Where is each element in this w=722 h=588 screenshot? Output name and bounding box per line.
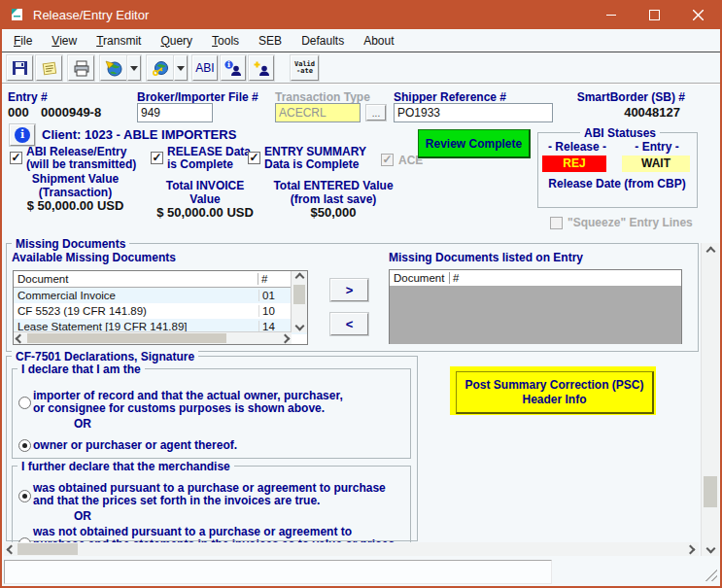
smartborder-number-label: SmartBorder (SB) # xyxy=(527,90,685,104)
menu-view[interactable]: View xyxy=(42,32,86,50)
review-complete-button[interactable]: Review Complete xyxy=(418,129,531,158)
declare-i-am-title: I declare that I am the xyxy=(17,363,145,376)
declarations-title: CF-7501 Declarations, Signature xyxy=(12,350,198,363)
listed-documents-table: Document # xyxy=(389,269,682,344)
menu-about[interactable]: About xyxy=(354,32,403,50)
release-data-complete-label: RELEASE Datais Complete xyxy=(167,146,251,171)
scrollbar-thumb[interactable] xyxy=(704,476,717,507)
toolbar: ABI i Valid-ate xyxy=(2,52,720,83)
was-obtained-radio[interactable] xyxy=(18,490,31,502)
smartborder-number-value: 40048127 xyxy=(527,105,680,120)
client-info-detail-button[interactable]: i xyxy=(10,124,35,146)
scroll-down-icon[interactable] xyxy=(702,540,719,556)
main-vertical-scrollbar[interactable] xyxy=(701,243,719,556)
menu-file[interactable]: File xyxy=(4,32,42,50)
owner-or-purchaser-radio[interactable] xyxy=(18,439,31,452)
menu-tools[interactable]: Tools xyxy=(202,32,249,50)
close-button[interactable] xyxy=(676,0,720,29)
transmit-button[interactable] xyxy=(100,55,127,81)
minimize-button[interactable] xyxy=(589,0,633,29)
menu-query[interactable]: Query xyxy=(151,32,202,50)
save-button[interactable] xyxy=(7,55,33,81)
psc-header-info-button[interactable]: Post Summary Correction (PSC) Header Inf… xyxy=(456,371,654,414)
abi-statuses-title: ABI Statuses xyxy=(580,126,660,140)
scroll-left-icon[interactable] xyxy=(4,542,17,556)
transaction-type-label: Transaction Type xyxy=(275,90,370,104)
client-info-button[interactable]: i xyxy=(221,55,246,81)
scroll-left-icon[interactable] xyxy=(14,332,26,344)
table-row[interactable]: Commercial Invoice 01 xyxy=(14,288,307,303)
entry-number-value: 0000949-8 xyxy=(41,105,101,120)
table-header: Document # xyxy=(390,270,681,287)
main-horizontal-scrollbar[interactable] xyxy=(4,542,699,556)
shipper-reference-label: Shipper Reference # xyxy=(394,90,506,104)
entered-value: $50,000 xyxy=(311,205,357,220)
table-row[interactable]: CF 5523 (19 CFR 141.89) 10 xyxy=(14,303,307,319)
toolbar-separator xyxy=(2,83,720,85)
add-client-button[interactable] xyxy=(249,55,274,81)
entry-status-heading: - Entry - xyxy=(622,140,692,154)
scroll-up-icon[interactable] xyxy=(702,243,719,259)
scrollbar-thumb[interactable] xyxy=(27,333,226,343)
release-entry-editor-window: Release/Entry Editor File View Transmit … xyxy=(0,0,722,588)
transmit-dropdown-button[interactable] xyxy=(127,55,141,81)
chevron-down-icon xyxy=(177,66,185,75)
query-dropdown-button[interactable] xyxy=(174,55,188,81)
abi-button-label: ABI xyxy=(195,61,214,75)
available-missing-documents-title: Available Missing Documents xyxy=(12,251,176,264)
listed-missing-documents-title: Missing Documents listed on Entry xyxy=(389,251,583,264)
entry-summary-complete-label: ENTRY SUMMARYData is Complete xyxy=(264,146,366,171)
scrollbar-thumb[interactable] xyxy=(293,285,305,304)
person-info-icon: i xyxy=(224,60,242,77)
move-left-button[interactable]: < xyxy=(330,313,368,335)
transaction-type-input[interactable] xyxy=(275,103,361,122)
scroll-down-icon[interactable] xyxy=(292,320,307,332)
app-icon xyxy=(10,7,25,22)
entry-summary-complete-checkbox[interactable] xyxy=(248,152,260,164)
query-button[interactable] xyxy=(147,55,174,81)
move-right-button[interactable]: > xyxy=(330,279,368,301)
scroll-right-icon[interactable] xyxy=(279,332,292,344)
abi-button[interactable]: ABI xyxy=(192,55,218,81)
release-data-complete-checkbox[interactable] xyxy=(151,152,163,164)
importer-of-record-radio[interactable] xyxy=(18,397,31,409)
release-date-label: Release Date (from CBP) xyxy=(538,177,696,190)
resize-grip-icon[interactable] xyxy=(703,567,717,581)
table-horizontal-scrollbar[interactable] xyxy=(14,331,292,344)
menu-seb[interactable]: SEB xyxy=(249,32,292,50)
entry-prefix: 000 xyxy=(8,105,29,120)
status-bar xyxy=(2,556,720,586)
menu-defaults[interactable]: Defaults xyxy=(292,32,354,50)
importer-of-record-label: importer of record and that the actual o… xyxy=(33,390,343,415)
scroll-up-icon[interactable] xyxy=(292,271,307,284)
client-label: Client: 1023 - ABLE IMPORTERS xyxy=(42,127,236,142)
menu-transmit[interactable]: Transmit xyxy=(86,32,151,50)
minimize-icon xyxy=(606,15,616,16)
column-header-number[interactable]: # xyxy=(258,273,290,285)
psc-button-line1: Post Summary Correction (PSC) xyxy=(457,378,652,393)
squeeze-entry-lines-checkbox xyxy=(550,217,563,229)
title-bar: Release/Entry Editor xyxy=(2,0,720,29)
floppy-disk-icon xyxy=(12,60,29,77)
scroll-right-icon[interactable] xyxy=(683,542,697,556)
maximize-button[interactable] xyxy=(633,0,676,29)
abi-release-checkbox[interactable] xyxy=(10,152,22,164)
notes-button[interactable] xyxy=(36,55,62,81)
column-header-document[interactable]: Document xyxy=(390,272,450,284)
broker-file-input[interactable] xyxy=(137,103,213,122)
sticky-note-icon xyxy=(41,60,58,77)
entry-number-label: Entry # xyxy=(8,90,48,104)
review-complete-label: Review Complete xyxy=(426,137,522,151)
validate-button[interactable]: Valid-ate xyxy=(291,55,319,81)
column-header-number[interactable]: # xyxy=(450,272,679,284)
menu-bar: File View Transmit Query Tools SEB Defau… xyxy=(2,29,720,52)
print-button[interactable] xyxy=(68,55,94,81)
shipment-value-block: Shipment Value(Transaction) $ 50,000.00 … xyxy=(10,172,141,213)
table-vertical-scrollbar[interactable] xyxy=(291,271,307,332)
broker-file-label: Broker/Importer File # xyxy=(137,90,258,104)
scrollbar-thumb[interactable] xyxy=(17,543,78,555)
release-status-badge: REJ xyxy=(542,156,606,172)
transaction-type-browse-button[interactable]: ... xyxy=(366,105,386,121)
column-header-document[interactable]: Document xyxy=(14,273,258,285)
abi-release-checkbox-label: ABI Release/Entry(will be transmitted) xyxy=(26,146,136,171)
